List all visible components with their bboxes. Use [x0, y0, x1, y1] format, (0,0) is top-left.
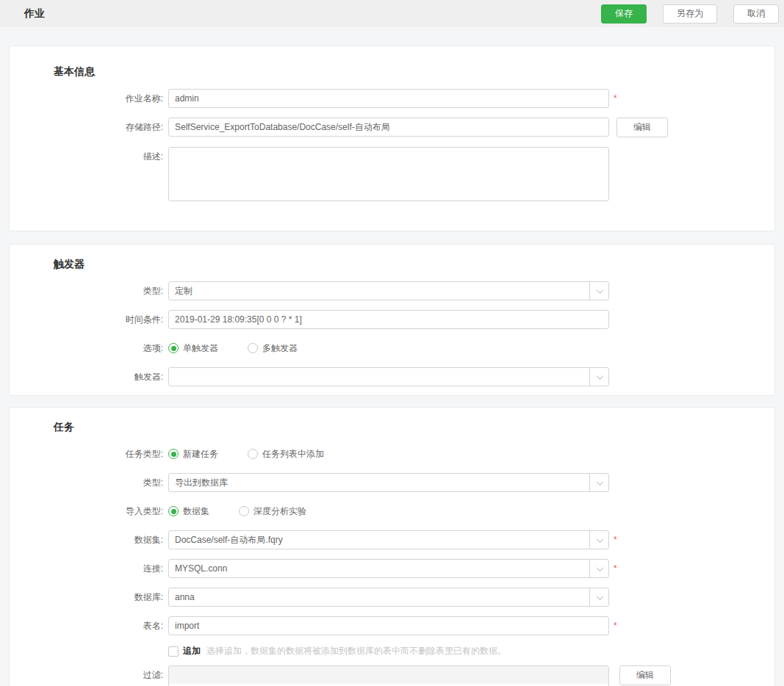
database-input[interactable]: [168, 588, 609, 607]
job-name-row: 作业名称: *: [10, 89, 774, 108]
table-name-label: 表名:: [10, 616, 168, 635]
storage-path-input[interactable]: [168, 118, 609, 137]
job-name-input[interactable]: [168, 89, 609, 108]
time-condition-label: 时间条件:: [10, 310, 168, 329]
time-condition-input[interactable]: [168, 310, 609, 329]
connection-combobox: [168, 559, 609, 578]
connection-row: 连接: *: [10, 559, 774, 578]
filter-label: 过滤:: [10, 665, 168, 685]
job-name-label: 作业名称:: [10, 89, 168, 108]
section-basic-info: 基本信息 作业名称: * 存储路径: 编辑 描述:: [9, 46, 775, 231]
chevron-down-icon[interactable]: [589, 367, 609, 386]
save-as-button[interactable]: 另存为: [663, 4, 717, 24]
task-type-combobox: [168, 473, 609, 492]
topbar: 作业 保存 另存为 取消: [0, 0, 784, 27]
basic-info-heading: 基本信息: [54, 64, 774, 79]
dataset-input[interactable]: [168, 530, 609, 549]
new-task-radio[interactable]: 新建任务: [168, 448, 218, 461]
task-type-select-row: 类型:: [10, 473, 774, 492]
multi-trigger-radio[interactable]: 多触发器: [248, 342, 298, 355]
chevron-down-icon[interactable]: [589, 530, 609, 549]
task-type-row: 任务类型: 新建任务 任务列表中添加: [10, 444, 774, 463]
radio-checked-icon: [168, 343, 179, 353]
description-textarea[interactable]: [168, 147, 609, 201]
dataset-radio-label: 数据集: [183, 505, 209, 518]
chevron-down-icon[interactable]: [589, 281, 609, 300]
time-condition-row: 时间条件:: [10, 310, 774, 329]
filter-readonly-strip: [169, 666, 608, 684]
table-name-row: 表名: *: [10, 616, 774, 635]
radio-unchecked-icon: [248, 343, 258, 353]
append-hint-text: 选择追加，数据集的数据将被添加到数据库的表中而不删除表里已有的数据。: [206, 645, 506, 657]
database-row: 数据库:: [10, 588, 774, 607]
trigger-options-label: 选项:: [10, 339, 168, 358]
chevron-down-icon[interactable]: [589, 588, 609, 607]
append-checkbox[interactable]: [168, 646, 179, 657]
dataset-radio[interactable]: 数据集: [168, 505, 209, 518]
storage-path-edit-button[interactable]: 编辑: [616, 118, 668, 137]
description-label: 描述:: [10, 147, 168, 166]
task-type-select-label: 类型:: [10, 473, 168, 492]
database-label: 数据库:: [10, 588, 168, 607]
required-asterisk: *: [614, 530, 617, 549]
import-type-label: 导入类型:: [10, 502, 168, 521]
connection-label: 连接:: [10, 559, 168, 578]
radio-checked-icon: [168, 449, 179, 459]
connection-input[interactable]: [168, 559, 609, 578]
required-asterisk: *: [614, 89, 617, 108]
storage-path-label: 存储路径:: [10, 118, 168, 137]
radio-checked-icon: [168, 506, 179, 516]
deep-analysis-radio[interactable]: 深度分析实验: [239, 505, 306, 518]
trigger-type-combobox: [168, 281, 609, 300]
append-checkbox-label: 追加: [183, 645, 201, 657]
single-trigger-radio-label: 单触发器: [183, 342, 218, 355]
dataset-label: 数据集:: [10, 530, 168, 549]
description-row: 描述:: [10, 147, 774, 201]
task-list-add-radio[interactable]: 任务列表中添加: [248, 448, 324, 461]
deep-analysis-radio-label: 深度分析实验: [253, 505, 306, 518]
dataset-row: 数据集: *: [10, 530, 774, 549]
trigger-heading: 触发器: [54, 256, 774, 271]
append-row: 追加 选择追加，数据集的数据将被添加到数据库的表中而不删除表里已有的数据。: [10, 645, 774, 657]
radio-unchecked-icon: [239, 506, 249, 516]
trigger-select-input[interactable]: [168, 367, 609, 386]
radio-unchecked-icon: [248, 449, 258, 459]
task-heading: 任务: [54, 419, 774, 434]
single-trigger-radio[interactable]: 单触发器: [168, 342, 218, 355]
trigger-select-combobox: [168, 367, 609, 386]
trigger-options-row: 选项: 单触发器 多触发器: [10, 339, 774, 358]
table-name-input[interactable]: [168, 616, 609, 635]
task-type-label: 任务类型:: [10, 444, 168, 463]
chevron-down-icon[interactable]: [589, 473, 609, 492]
task-type-input[interactable]: [168, 473, 609, 492]
storage-path-row: 存储路径: 编辑: [10, 118, 774, 137]
import-type-row: 导入类型: 数据集 深度分析实验: [10, 502, 774, 521]
cancel-button[interactable]: 取消: [733, 4, 779, 24]
dataset-combobox: [168, 530, 609, 549]
database-combobox: [168, 588, 609, 607]
section-trigger: 触发器 类型: 时间条件: 选项: 单触发器 多触发器: [9, 244, 775, 396]
filter-textarea[interactable]: [168, 665, 609, 686]
filter-edit-button[interactable]: 编辑: [619, 665, 671, 685]
trigger-type-input[interactable]: [168, 281, 609, 300]
required-asterisk: *: [614, 559, 617, 578]
page-title: 作业: [24, 7, 45, 21]
filter-row: 过滤: 编辑: [10, 665, 774, 686]
new-task-radio-label: 新建任务: [183, 448, 218, 461]
save-button[interactable]: 保存: [601, 4, 647, 24]
section-task: 任务 任务类型: 新建任务 任务列表中添加 类型: 导入类型:: [9, 407, 775, 686]
task-list-add-radio-label: 任务列表中添加: [262, 448, 324, 461]
trigger-select-row: 触发器:: [10, 367, 774, 386]
multi-trigger-radio-label: 多触发器: [262, 342, 298, 355]
required-asterisk: *: [614, 616, 617, 635]
chevron-down-icon[interactable]: [589, 559, 609, 578]
trigger-type-row: 类型:: [10, 281, 774, 300]
trigger-type-label: 类型:: [10, 281, 168, 300]
trigger-select-label: 触发器:: [10, 367, 168, 386]
